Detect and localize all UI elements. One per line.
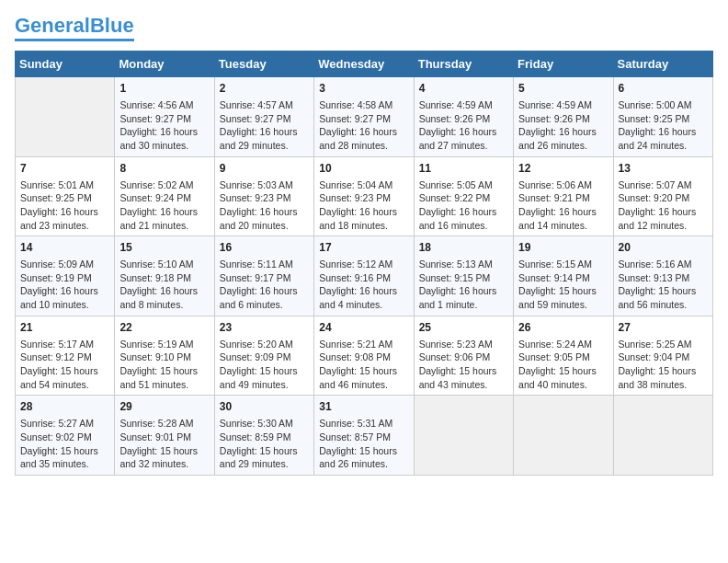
day-content: Sunrise: 5:27 AM Sunset: 9:02 PM Dayligh… (20, 417, 109, 471)
calendar-week-5: 28Sunrise: 5:27 AM Sunset: 9:02 PM Dayli… (16, 396, 713, 476)
day-number: 6 (619, 81, 708, 97)
day-content: Sunrise: 4:58 AM Sunset: 9:27 PM Dayligh… (319, 98, 408, 153)
day-content: Sunrise: 5:10 AM Sunset: 9:18 PM Dayligh… (119, 258, 209, 312)
calendar-cell (613, 396, 712, 476)
day-header-thursday: Thursday (414, 52, 513, 77)
day-content: Sunrise: 5:07 AM Sunset: 9:20 PM Dayligh… (619, 178, 708, 233)
day-content: Sunrise: 5:25 AM Sunset: 9:04 PM Dayligh… (619, 338, 708, 392)
calendar-cell: 29Sunrise: 5:28 AM Sunset: 9:01 PM Dayli… (115, 396, 214, 476)
day-content: Sunrise: 4:59 AM Sunset: 9:26 PM Dayligh… (419, 98, 508, 153)
calendar-cell: 12Sunrise: 5:06 AM Sunset: 9:21 PM Dayli… (514, 156, 613, 236)
day-content: Sunrise: 5:28 AM Sunset: 9:01 PM Dayligh… (119, 417, 209, 471)
day-content: Sunrise: 5:30 AM Sunset: 8:59 PM Dayligh… (220, 417, 309, 471)
day-number: 4 (419, 81, 508, 97)
calendar-cell: 10Sunrise: 5:04 AM Sunset: 9:23 PM Dayli… (314, 156, 414, 236)
day-number: 1 (119, 81, 209, 97)
day-header-wednesday: Wednesday (314, 52, 414, 77)
calendar-week-2: 7Sunrise: 5:01 AM Sunset: 9:25 PM Daylig… (16, 156, 713, 236)
calendar-cell: 17Sunrise: 5:12 AM Sunset: 9:16 PM Dayli… (314, 236, 414, 316)
calendar-cell: 2Sunrise: 4:57 AM Sunset: 9:27 PM Daylig… (214, 77, 313, 157)
day-content: Sunrise: 5:17 AM Sunset: 9:12 PM Dayligh… (20, 338, 109, 392)
day-number: 30 (220, 399, 309, 415)
day-content: Sunrise: 5:04 AM Sunset: 9:23 PM Dayligh… (319, 178, 408, 233)
calendar-cell: 21Sunrise: 5:17 AM Sunset: 9:12 PM Dayli… (16, 316, 115, 396)
day-number: 5 (518, 81, 608, 97)
day-number: 20 (619, 240, 708, 256)
calendar-cell (414, 396, 513, 476)
calendar-week-1: 1Sunrise: 4:56 AM Sunset: 9:27 PM Daylig… (16, 77, 713, 157)
day-number: 11 (419, 161, 508, 177)
calendar-cell: 13Sunrise: 5:07 AM Sunset: 9:20 PM Dayli… (613, 156, 712, 236)
logo-text: GeneralBlue (15, 15, 134, 37)
day-number: 13 (619, 161, 708, 177)
calendar-cell: 26Sunrise: 5:24 AM Sunset: 9:05 PM Dayli… (514, 316, 613, 396)
calendar-cell: 5Sunrise: 4:59 AM Sunset: 9:26 PM Daylig… (514, 77, 613, 157)
day-content: Sunrise: 5:11 AM Sunset: 9:17 PM Dayligh… (220, 258, 309, 312)
day-content: Sunrise: 4:56 AM Sunset: 9:27 PM Dayligh… (119, 98, 209, 153)
calendar-cell: 23Sunrise: 5:20 AM Sunset: 9:09 PM Dayli… (214, 316, 313, 396)
calendar-cell: 9Sunrise: 5:03 AM Sunset: 9:23 PM Daylig… (214, 156, 313, 236)
calendar-cell: 25Sunrise: 5:23 AM Sunset: 9:06 PM Dayli… (414, 316, 513, 396)
day-header-tuesday: Tuesday (214, 52, 313, 77)
day-number: 21 (20, 320, 109, 336)
day-number: 12 (518, 161, 608, 177)
day-number: 7 (20, 161, 109, 177)
day-number: 15 (119, 240, 209, 256)
calendar-cell: 31Sunrise: 5:31 AM Sunset: 8:57 PM Dayli… (314, 396, 414, 476)
day-content: Sunrise: 5:16 AM Sunset: 9:13 PM Dayligh… (619, 258, 708, 312)
day-content: Sunrise: 5:13 AM Sunset: 9:15 PM Dayligh… (419, 258, 508, 312)
day-header-row: SundayMondayTuesdayWednesdayThursdayFrid… (16, 52, 713, 77)
calendar-cell: 28Sunrise: 5:27 AM Sunset: 9:02 PM Dayli… (16, 396, 115, 476)
calendar-cell: 24Sunrise: 5:21 AM Sunset: 9:08 PM Dayli… (314, 316, 414, 396)
calendar-cell: 11Sunrise: 5:05 AM Sunset: 9:22 PM Dayli… (414, 156, 513, 236)
day-number: 19 (518, 240, 608, 256)
calendar-cell: 8Sunrise: 5:02 AM Sunset: 9:24 PM Daylig… (115, 156, 214, 236)
logo-blue: Blue (90, 14, 134, 37)
day-number: 3 (319, 81, 408, 97)
day-number: 31 (319, 399, 408, 415)
calendar-cell (514, 396, 613, 476)
day-header-saturday: Saturday (613, 52, 712, 77)
header: GeneralBlue (15, 15, 713, 41)
day-content: Sunrise: 5:24 AM Sunset: 9:05 PM Dayligh… (518, 338, 608, 392)
logo-underline (15, 39, 134, 41)
day-number: 9 (220, 161, 309, 177)
day-content: Sunrise: 5:03 AM Sunset: 9:23 PM Dayligh… (220, 178, 309, 233)
day-content: Sunrise: 5:31 AM Sunset: 8:57 PM Dayligh… (319, 417, 408, 471)
calendar-cell: 3Sunrise: 4:58 AM Sunset: 9:27 PM Daylig… (314, 77, 414, 157)
day-content: Sunrise: 5:12 AM Sunset: 9:16 PM Dayligh… (319, 258, 408, 312)
calendar-cell: 16Sunrise: 5:11 AM Sunset: 9:17 PM Dayli… (214, 236, 313, 316)
day-header-monday: Monday (115, 52, 214, 77)
day-number: 28 (20, 399, 109, 415)
calendar-body: 1Sunrise: 4:56 AM Sunset: 9:27 PM Daylig… (16, 77, 713, 476)
day-number: 2 (220, 81, 309, 97)
calendar-cell (16, 77, 115, 157)
calendar-cell: 20Sunrise: 5:16 AM Sunset: 9:13 PM Dayli… (613, 236, 712, 316)
calendar-week-4: 21Sunrise: 5:17 AM Sunset: 9:12 PM Dayli… (16, 316, 713, 396)
calendar-table: SundayMondayTuesdayWednesdayThursdayFrid… (15, 51, 713, 476)
calendar-cell: 14Sunrise: 5:09 AM Sunset: 9:19 PM Dayli… (16, 236, 115, 316)
calendar-cell: 18Sunrise: 5:13 AM Sunset: 9:15 PM Dayli… (414, 236, 513, 316)
calendar-cell: 22Sunrise: 5:19 AM Sunset: 9:10 PM Dayli… (115, 316, 214, 396)
day-number: 29 (119, 399, 209, 415)
day-number: 8 (119, 161, 209, 177)
calendar-header: SundayMondayTuesdayWednesdayThursdayFrid… (16, 52, 713, 77)
day-number: 25 (419, 320, 508, 336)
logo: GeneralBlue (15, 15, 134, 41)
day-number: 27 (619, 320, 708, 336)
day-header-friday: Friday (514, 52, 613, 77)
calendar-week-3: 14Sunrise: 5:09 AM Sunset: 9:19 PM Dayli… (16, 236, 713, 316)
calendar-cell: 19Sunrise: 5:15 AM Sunset: 9:14 PM Dayli… (514, 236, 613, 316)
day-content: Sunrise: 5:21 AM Sunset: 9:08 PM Dayligh… (319, 338, 408, 392)
day-content: Sunrise: 5:00 AM Sunset: 9:25 PM Dayligh… (619, 98, 708, 153)
day-number: 17 (319, 240, 408, 256)
day-content: Sunrise: 5:20 AM Sunset: 9:09 PM Dayligh… (220, 338, 309, 392)
day-content: Sunrise: 5:06 AM Sunset: 9:21 PM Dayligh… (518, 178, 608, 233)
day-content: Sunrise: 4:59 AM Sunset: 9:26 PM Dayligh… (518, 98, 608, 153)
day-content: Sunrise: 5:19 AM Sunset: 9:10 PM Dayligh… (119, 338, 209, 392)
day-number: 18 (419, 240, 508, 256)
day-number: 24 (319, 320, 408, 336)
calendar-cell: 15Sunrise: 5:10 AM Sunset: 9:18 PM Dayli… (115, 236, 214, 316)
calendar-cell: 1Sunrise: 4:56 AM Sunset: 9:27 PM Daylig… (115, 77, 214, 157)
day-number: 14 (20, 240, 109, 256)
